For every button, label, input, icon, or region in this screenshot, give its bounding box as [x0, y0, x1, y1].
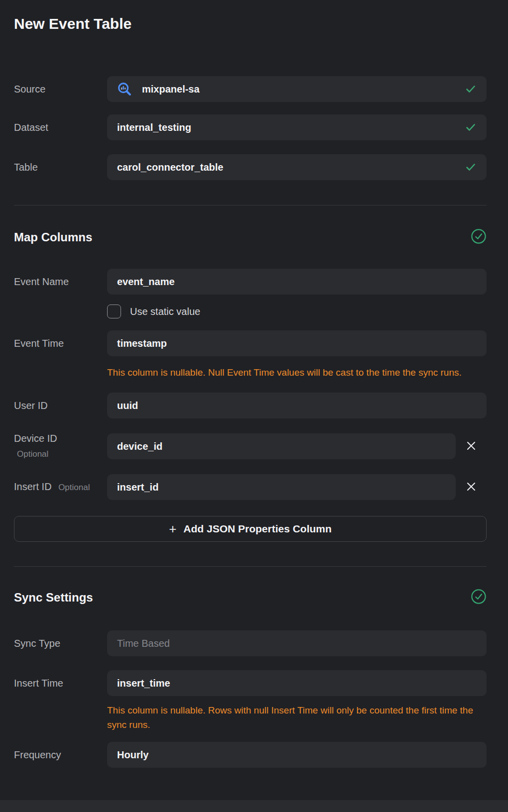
device-id-value: device_id	[117, 441, 162, 452]
user-id-row: User ID uuid	[14, 393, 487, 418]
table-row: Table carol_connector_table	[14, 154, 487, 180]
source-row: Source mixpanel-sa	[14, 76, 487, 102]
event-name-value: event_name	[117, 276, 175, 288]
insert-id-optional-label: Optional	[58, 483, 90, 492]
green-check-icon	[465, 83, 477, 95]
green-circle-check-icon	[471, 228, 487, 246]
event-time-label: Event Time	[14, 337, 107, 350]
table-label: Table	[14, 161, 107, 174]
sync-settings-title: Sync Settings	[14, 591, 93, 605]
use-static-value-checkbox[interactable]	[107, 304, 121, 318]
green-check-icon	[465, 121, 477, 133]
user-id-field[interactable]: uuid	[107, 393, 487, 418]
source-field[interactable]: mixpanel-sa	[107, 76, 487, 102]
plus-icon: +	[169, 522, 176, 535]
map-columns-header: Map Columns	[14, 229, 487, 246]
new-event-table-panel: New Event Table Source mixpanel-sa Datas…	[0, 16, 508, 768]
source-value: mixpanel-sa	[142, 84, 200, 95]
green-circle-check-icon	[471, 589, 487, 607]
event-time-value: timestamp	[117, 338, 167, 349]
event-time-warning: This column is nullable. Null Event Time…	[107, 365, 478, 380]
static-value-row: Use static value	[107, 304, 487, 318]
user-id-label: User ID	[14, 399, 107, 412]
device-id-label: Device ID Optional	[14, 432, 107, 461]
use-static-value-label: Use static value	[130, 306, 200, 317]
footer-strip	[0, 800, 508, 812]
frequency-field[interactable]: Hourly	[107, 742, 487, 768]
device-id-row: Device ID Optional device_id	[14, 432, 487, 461]
sync-type-label: Sync Type	[14, 637, 107, 650]
insert-id-field[interactable]: insert_id	[107, 474, 456, 500]
device-id-optional-label: Optional	[14, 448, 107, 461]
device-id-field-group: device_id	[107, 433, 487, 459]
dataset-field[interactable]: internal_testing	[107, 114, 487, 140]
section-divider	[14, 205, 487, 205]
device-id-label-text: Device ID	[14, 433, 57, 444]
sync-settings-header: Sync Settings	[14, 589, 487, 606]
add-json-properties-label: Add JSON Properties Column	[183, 523, 332, 535]
device-id-remove-button[interactable]	[456, 440, 487, 453]
x-close-icon	[466, 440, 477, 453]
x-close-icon	[466, 481, 477, 494]
insert-time-row: Insert Time insert_time	[14, 670, 487, 696]
frequency-value: Hourly	[117, 749, 148, 761]
insert-id-remove-button[interactable]	[456, 481, 487, 494]
bigquery-magnifier-icon	[117, 82, 132, 97]
sync-type-field: Time Based	[107, 630, 487, 656]
sync-type-row: Sync Type Time Based	[14, 630, 487, 656]
insert-id-label-text: Insert ID	[14, 481, 52, 492]
dataset-row: Dataset internal_testing	[14, 114, 487, 140]
event-name-row: Event Name event_name	[14, 269, 487, 295]
device-id-field[interactable]: device_id	[107, 433, 456, 459]
event-time-field[interactable]: timestamp	[107, 330, 487, 356]
frequency-row: Frequency Hourly	[14, 742, 487, 768]
page-title: New Event Table	[14, 16, 487, 31]
insert-id-label: Insert ID Optional	[14, 480, 107, 494]
source-label: Source	[14, 83, 107, 96]
insert-id-field-group: insert_id	[107, 474, 487, 500]
insert-time-label: Insert Time	[14, 677, 107, 690]
event-name-field[interactable]: event_name	[107, 269, 487, 295]
insert-time-warning: This column is nullable. Rows with null …	[107, 703, 478, 732]
sync-type-value: Time Based	[117, 638, 170, 649]
insert-id-row: Insert ID Optional insert_id	[14, 474, 487, 500]
green-check-icon	[465, 161, 477, 173]
user-id-value: uuid	[117, 400, 138, 411]
insert-time-value: insert_time	[117, 678, 170, 689]
dataset-value: internal_testing	[117, 122, 191, 133]
event-time-row: Event Time timestamp	[14, 330, 487, 356]
section-divider	[14, 566, 487, 567]
map-columns-title: Map Columns	[14, 230, 92, 244]
frequency-label: Frequency	[14, 748, 107, 761]
table-field[interactable]: carol_connector_table	[107, 154, 487, 180]
add-json-properties-button[interactable]: + Add JSON Properties Column	[14, 516, 487, 542]
event-name-label: Event Name	[14, 275, 107, 288]
insert-time-field[interactable]: insert_time	[107, 670, 487, 696]
dataset-label: Dataset	[14, 121, 107, 134]
table-value: carol_connector_table	[117, 162, 223, 173]
insert-id-value: insert_id	[117, 482, 158, 493]
